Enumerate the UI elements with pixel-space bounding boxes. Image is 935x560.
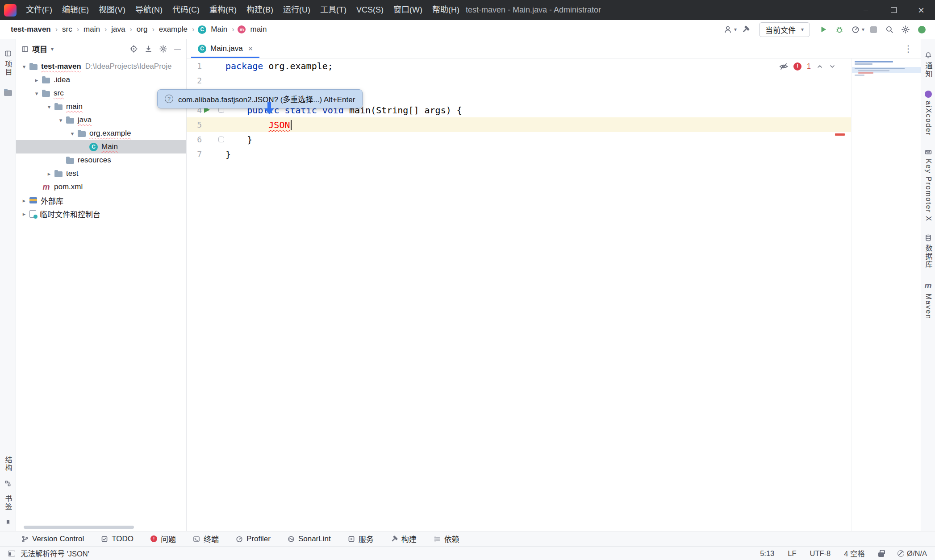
gutter[interactable] — [202, 117, 225, 132]
tab-options-icon[interactable] — [904, 43, 913, 54]
tool-button-structure[interactable]: 结构 — [3, 456, 13, 472]
menu-refactor[interactable]: 重构(R) — [205, 0, 242, 20]
chevron-down-icon[interactable] — [734, 26, 737, 33]
breadcrumb-main-dir[interactable]: main — [83, 24, 101, 35]
menu-navigate[interactable]: 导航(N) — [130, 0, 167, 20]
close-button[interactable] — [907, 0, 935, 20]
maximize-button[interactable] — [880, 0, 907, 20]
gutter[interactable] — [202, 58, 225, 73]
project-panel-title[interactable]: 项目 — [32, 43, 47, 54]
breadcrumb-main-method[interactable]: main — [249, 24, 267, 35]
build-hammer-icon[interactable] — [739, 22, 753, 37]
tree-item-org-example[interactable]: org.example — [16, 127, 186, 140]
menu-tools[interactable]: 工具(T) — [315, 0, 351, 20]
breadcrumb-main-class[interactable]: Main — [210, 24, 228, 35]
toolbar-profiler[interactable]: Profiler — [236, 535, 271, 543]
caret-position[interactable]: 5:13 — [760, 549, 774, 558]
toolbar-build[interactable]: 构建 — [391, 533, 417, 544]
debug-button[interactable] — [832, 22, 847, 37]
chevron-expanded-icon[interactable] — [44, 104, 54, 110]
chevron-collapsed-icon[interactable] — [19, 197, 29, 204]
chevron-expanded-icon[interactable] — [55, 117, 66, 124]
code-editor[interactable]: 1 package org.example; 2 3 public class … — [187, 58, 921, 531]
toolbar-sonarlint[interactable]: SonarLint — [288, 535, 331, 543]
previous-error-icon[interactable] — [816, 63, 823, 70]
profiler-button[interactable] — [848, 22, 863, 37]
gutter[interactable] — [202, 132, 225, 147]
tool-button-database[interactable]: 数据库 — [923, 234, 934, 269]
tool-button-maven[interactable]: Maven — [924, 281, 932, 319]
plugin-status-icon[interactable] — [914, 22, 929, 37]
menu-file[interactable]: 文件(F) — [21, 0, 57, 20]
next-error-icon[interactable] — [829, 63, 836, 70]
gutter-mark-icon[interactable] — [218, 137, 224, 142]
breadcrumb-org[interactable]: org — [136, 24, 149, 35]
menu-vcs[interactable]: VCS(S) — [351, 0, 388, 20]
chevron-expanded-icon[interactable] — [67, 130, 78, 137]
import-suggestion-popup[interactable]: com.alibaba.fastjson2.JSON? (多重选择...) Al… — [157, 89, 363, 108]
chevron-expanded-icon[interactable] — [31, 90, 42, 97]
gutter[interactable] — [202, 147, 225, 162]
layout-icon[interactable] — [8, 551, 15, 556]
breadcrumb-example[interactable]: example — [158, 24, 188, 35]
locate-file-icon[interactable] — [130, 45, 138, 53]
menu-code[interactable]: 代码(C) — [167, 0, 205, 20]
memory-indicator[interactable]: Ø/N/A — [897, 549, 927, 558]
file-encoding[interactable]: UTF-8 — [810, 549, 831, 558]
toolbar-dependencies[interactable]: 依赖 — [434, 533, 459, 544]
menu-help[interactable]: 帮助(H) — [427, 0, 464, 20]
chevron-collapsed-icon[interactable] — [31, 77, 42, 83]
tool-button-bookmarks[interactable]: 书签 — [3, 495, 13, 511]
collapse-all-icon[interactable] — [145, 45, 152, 53]
tree-item-test[interactable]: test — [16, 167, 186, 180]
tool-button-aixcoder[interactable]: aiXcoder — [924, 91, 932, 136]
menu-view[interactable]: 视图(V) — [94, 0, 130, 20]
menu-window[interactable]: 窗口(W) — [388, 0, 427, 20]
tool-button-key-promoter[interactable]: Key Promoter X — [924, 149, 932, 222]
tool-button-folder[interactable] — [4, 89, 12, 96]
indent-style[interactable]: 4 空格 — [844, 548, 865, 559]
minimize-button[interactable] — [852, 0, 880, 20]
menu-edit[interactable]: 编辑(E) — [57, 0, 94, 20]
tool-button-project[interactable]: 项目 — [3, 50, 13, 76]
tree-item-scratches[interactable]: 临时文件和控制台 — [16, 207, 186, 220]
toolbar-services[interactable]: 服务 — [348, 533, 374, 544]
hide-panel-icon[interactable] — [174, 45, 181, 53]
breadcrumb-java[interactable]: java — [110, 24, 126, 35]
toolbar-todo[interactable]: TODO — [101, 535, 134, 543]
tree-item-idea[interactable]: .idea — [16, 73, 186, 87]
gear-icon[interactable] — [159, 45, 167, 53]
run-button[interactable] — [816, 22, 831, 37]
inspections-widget[interactable]: 1 — [779, 62, 836, 71]
tree-item-test-maven[interactable]: test-maven D:\IdeaProjects\IdeaProje — [16, 60, 186, 73]
toolbar-version-control[interactable]: Version Control — [21, 535, 84, 543]
run-config-select[interactable]: 当前文件 — [759, 22, 810, 37]
minimap[interactable] — [852, 58, 921, 531]
structure-icon[interactable] — [4, 480, 11, 487]
line-separator[interactable]: LF — [788, 549, 796, 558]
search-everywhere-button[interactable] — [882, 22, 897, 37]
horizontal-scrollbar[interactable] — [24, 526, 134, 529]
chevron-collapsed-icon[interactable] — [19, 211, 29, 217]
chevron-collapsed-icon[interactable] — [44, 170, 54, 177]
highlighting-off-icon[interactable] — [779, 62, 788, 71]
tab-main-java[interactable]: Main.java — [191, 39, 259, 58]
breadcrumb-src[interactable]: src — [61, 24, 73, 35]
toolbar-problems[interactable]: 问题 — [150, 533, 176, 544]
breadcrumb-test-maven[interactable]: test-maven — [10, 24, 52, 35]
readonly-lock-icon[interactable] — [878, 552, 884, 557]
gutter[interactable] — [202, 73, 225, 88]
tree-item-pom-xml[interactable]: pom.xml — [16, 180, 186, 194]
chevron-expanded-icon[interactable] — [19, 63, 29, 70]
error-stripe-mark[interactable] — [835, 133, 845, 136]
chevron-down-icon[interactable] — [862, 26, 864, 33]
tool-button-notifications[interactable]: 通知 — [923, 52, 934, 78]
tree-item-main-class[interactable]: Main — [16, 140, 186, 153]
toolbar-terminal[interactable]: 终端 — [193, 533, 219, 544]
chevron-down-icon[interactable] — [51, 46, 54, 52]
code-with-me-icon[interactable] — [721, 22, 735, 37]
tree-item-external-libraries[interactable]: 外部库 — [16, 194, 186, 207]
menu-build[interactable]: 构建(B) — [242, 0, 278, 20]
menu-run[interactable]: 运行(U) — [278, 0, 315, 20]
tree-item-java[interactable]: java — [16, 113, 186, 127]
